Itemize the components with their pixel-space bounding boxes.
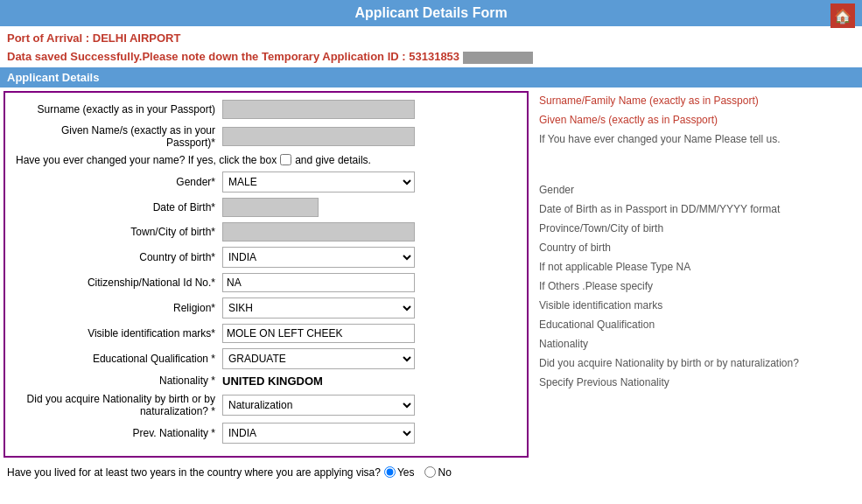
name-change-checkbox[interactable] [280,154,291,165]
religion-row: Religion* SIKH HINDU MUSLIM CHRISTIAN BU… [12,298,520,318]
hint-spacer1 [539,152,855,177]
citizenship-row: Citizenship/National Id No.* [12,273,520,292]
hint-religion: If Others .Please specify [539,280,855,292]
hint-citizenship: If not applicable Please Type NA [539,261,855,273]
edu-label: Educational Qualification * [12,353,222,365]
dob-row: Date of Birth* [12,198,520,217]
no-radio-group: No [424,466,458,479]
section-header: Applicant Details [0,67,862,88]
surname-input[interactable] [222,100,415,119]
town-input[interactable] [222,222,415,242]
visible-marks-input[interactable] [222,324,415,343]
country-birth-row: Country of birth* INDIA OTHERS [12,247,520,268]
town-row: Town/City of birth* [12,222,520,242]
right-panel: Surname/Family Name (exactly as in Passp… [536,91,858,458]
gender-row: Gender* MALE FEMALE TRANSGENDER [12,172,520,192]
yes-radio-group: Yes [384,466,422,479]
hint-edu: Educational Qualification [539,318,855,331]
hint-prev-nationality: Specify Previous Nationality [539,376,855,388]
saved-message: Data saved Successfully.Please note down… [0,46,862,67]
country-birth-label: Country of birth* [12,251,222,263]
nationality-value: UNITED KINGDOM [222,374,323,388]
nationality-label: Nationality * [12,374,222,387]
yes-label: Yes [397,466,415,479]
hint-name-change: If You have ever changed your Name Pleas… [539,133,855,145]
town-label: Town/City of birth* [12,226,222,238]
country-birth-select[interactable]: INDIA OTHERS [222,247,415,268]
given-name-input[interactable] [222,127,415,146]
given-name-label: Given Name/s (exactly as in yourPassport… [12,124,222,149]
prev-nationality-select[interactable]: INDIA OTHERS [222,423,415,444]
gender-label: Gender* [12,176,222,188]
yes-radio[interactable] [384,466,396,478]
page-title: Applicant Details Form [354,5,507,20]
citizenship-input[interactable] [222,273,415,292]
hint-naturalization: Did you acquire Nationality by birth or … [539,357,855,369]
edu-select[interactable]: GRADUATE POST GRADUATE DIPLOMA BELOW MAT… [222,348,415,369]
naturalization-row: Did you acquire Nationality by birth or … [12,393,520,417]
dob-input[interactable] [222,198,319,217]
citizenship-label: Citizenship/National Id No.* [12,276,222,289]
no-label: No [438,466,451,479]
hint-gender: Gender [539,184,855,196]
religion-select[interactable]: SIKH HINDU MUSLIM CHRISTIAN BUDDHIST OTH… [222,298,415,318]
prev-nationality-label: Prev. Nationality * [12,427,222,439]
visible-marks-label: Visible identification marks* [12,327,222,340]
bottom-question-row: Have you lived for at least two years in… [0,461,862,484]
edu-row: Educational Qualification * GRADUATE POS… [12,348,520,369]
naturalization-label: Did you acquire Nationality by birth or … [12,393,222,417]
left-panel: Surname (exactly as in your Passport) Gi… [4,91,529,458]
hint-dob: Date of Birth as in Passport in DD/MM/YY… [539,203,855,215]
naturalization-select[interactable]: Birth Naturalization [222,395,415,416]
prev-nationality-row: Prev. Nationality * INDIA OTHERS [12,423,520,444]
surname-row: Surname (exactly as in your Passport) [12,100,520,119]
surname-label: Surname (exactly as in your Passport) [12,103,222,116]
hint-surname: Surname/Family Name (exactly as in Passp… [539,94,855,107]
no-radio[interactable] [424,466,436,478]
name-change-row: Have you ever changed your name? If yes,… [12,154,520,166]
given-name-row: Given Name/s (exactly as in yourPassport… [12,124,520,149]
nationality-row: Nationality * UNITED KINGDOM [12,374,520,388]
port-of-arrival: Port of Arrival : DELHI AIRPORT [0,26,862,46]
hint-country-birth: Country of birth [539,242,855,254]
hint-town: Province/Town/City of birth [539,222,855,234]
home-icon[interactable]: 🏠 [830,4,855,28]
page-header: Applicant Details Form 🏠 [0,0,862,26]
dob-label: Date of Birth* [12,201,222,214]
hint-visible-marks: Visible identification marks [539,299,855,312]
religion-label: Religion* [12,302,222,314]
visible-marks-row: Visible identification marks* [12,324,520,343]
gender-select[interactable]: MALE FEMALE TRANSGENDER [222,172,415,192]
hint-nationality: Nationality [539,338,855,350]
main-content: Surname (exactly as in your Passport) Gi… [0,88,862,461]
hint-given-name: Given Name/s (exactly as in Passport) [539,114,855,126]
masked-id [463,52,533,64]
